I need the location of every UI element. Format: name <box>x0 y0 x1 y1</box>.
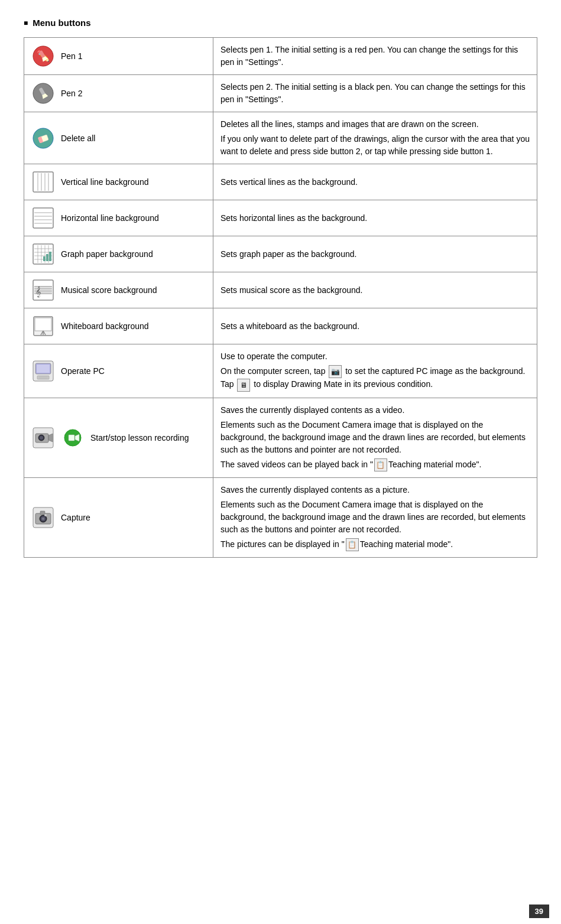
delete-label: Delete all <box>61 134 95 143</box>
hline-label: Horizontal line background <box>61 213 159 223</box>
teaching-inline-icon2: 📋 <box>346 538 359 551</box>
label-cell-music: 𝄞 Musical score background <box>24 272 213 308</box>
pen1-icon: ✏️ <box>31 44 55 68</box>
svg-text:𝄞: 𝄞 <box>35 286 41 298</box>
label-cell-vline: Vertical line background <box>24 164 213 200</box>
svg-point-64 <box>42 518 44 520</box>
table-row: Delete all Deletes all the lines, stamps… <box>24 112 537 164</box>
music-label: Musical score background <box>61 285 157 295</box>
label-cell-hline: Horizontal line background <box>24 200 213 236</box>
svg-rect-40 <box>35 318 51 331</box>
camera-inline-icon: 📷 <box>329 365 342 378</box>
delete-icon <box>31 126 55 150</box>
page-number: 39 <box>529 905 549 918</box>
label-cell-whiteboard: Whiteboard background <box>24 308 213 344</box>
pen1-label: Pen 1 <box>61 51 83 61</box>
svg-point-55 <box>40 436 43 440</box>
table-row: 𝄞 Musical score background Sets musical … <box>24 272 537 308</box>
desc-hline: Sets horizontal lines as the background. <box>213 200 537 236</box>
svg-rect-57 <box>69 435 74 441</box>
svg-point-65 <box>44 514 47 516</box>
desc-pen2: Selects pen 2. The initial setting is a … <box>213 75 537 112</box>
record-label: Start/stop lesson recording <box>90 433 189 443</box>
music-icon: 𝄞 <box>31 278 55 302</box>
label-cell-graph: Graph paper background <box>24 236 213 272</box>
table-row: Pen 2 Selects pen 2. The initial setting… <box>24 75 537 112</box>
screen-inline-icon: 🖥 <box>237 379 250 392</box>
svg-rect-29 <box>43 256 46 261</box>
desc-pen1: Selects pen 1. The initial setting is a … <box>213 38 537 75</box>
menu-table: ✏️ Pen 1 Selects pen 1. The initial sett… <box>24 37 537 558</box>
label-cell-pen1: ✏️ Pen 1 <box>24 38 213 75</box>
desc-delete: Deletes all the lines, stamps and images… <box>213 112 537 164</box>
svg-rect-31 <box>49 252 51 261</box>
section-header: Menu buttons <box>24 18 537 28</box>
capture-label: Capture <box>61 513 90 522</box>
label-cell-record: Start/stop lesson recording <box>24 398 213 477</box>
graph-icon <box>31 242 55 266</box>
table-row: Start/stop lesson recording Saves the cu… <box>24 398 537 477</box>
svg-rect-46 <box>37 365 50 373</box>
desc-pc: Use to operate the computer. On the comp… <box>213 344 537 398</box>
desc-music: Sets musical score as the background. <box>213 272 537 308</box>
whiteboard-icon <box>31 314 55 338</box>
desc-vline: Sets vertical lines as the background. <box>213 164 537 200</box>
table-row: Graph paper background Sets graph paper … <box>24 236 537 272</box>
table-row: ✏️ Pen 1 Selects pen 1. The initial sett… <box>24 38 537 75</box>
pc-label: Operate PC <box>61 366 105 376</box>
page-container: Menu buttons ✏️ Pen 1 <box>0 0 561 593</box>
capture-icon <box>31 506 55 529</box>
hline-icon <box>31 206 55 230</box>
table-row: Vertical line background Sets vertical l… <box>24 164 537 200</box>
table-row: Whiteboard background Sets a whiteboard … <box>24 308 537 344</box>
vline-label: Vertical line background <box>61 177 149 187</box>
table-row: Operate PC Use to operate the computer. … <box>24 344 537 398</box>
desc-whiteboard: Sets a whiteboard as the background. <box>213 308 537 344</box>
vline-icon <box>31 170 55 194</box>
label-cell-pen2: Pen 2 <box>24 75 213 112</box>
svg-rect-10 <box>33 172 53 192</box>
section-title: Menu buttons <box>33 18 90 28</box>
table-row: Horizontal line background Sets horizont… <box>24 200 537 236</box>
pen2-icon <box>31 82 55 105</box>
desc-graph: Sets graph paper as the background. <box>213 236 537 272</box>
label-cell-capture: Capture <box>24 477 213 557</box>
svg-rect-61 <box>40 511 45 515</box>
record-icon <box>31 426 55 450</box>
desc-capture: Saves the currently displayed contents a… <box>213 477 537 557</box>
label-cell-pc: Operate PC <box>24 344 213 398</box>
svg-rect-30 <box>46 254 48 261</box>
table-row: Capture Saves the currently displayed co… <box>24 477 537 557</box>
pen2-label: Pen 2 <box>61 89 83 98</box>
pc-icon <box>31 359 55 383</box>
desc-record: Saves the currently displayed contents a… <box>213 398 537 477</box>
graph-label: Graph paper background <box>61 249 153 259</box>
label-cell-delete: Delete all <box>24 112 213 164</box>
teaching-inline-icon1: 📋 <box>374 458 387 471</box>
whiteboard-label: Whiteboard background <box>61 321 149 331</box>
record-green-icon <box>61 426 85 450</box>
svg-rect-15 <box>33 208 53 228</box>
